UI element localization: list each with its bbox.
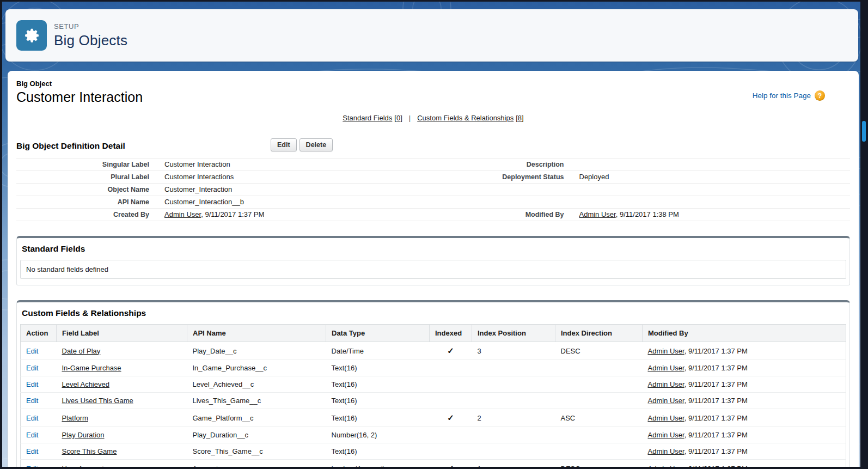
index-direction-cell (555, 443, 643, 460)
data-type-cell: Number(16, 2) (326, 427, 430, 443)
modified-by-date: , 9/11/2017 1:37 PM (684, 380, 748, 388)
detail-value: Customer Interactions (157, 171, 436, 184)
modified-by-date: , 9/11/2017 1:37 PM (684, 431, 748, 439)
nav-count-standard-fields[interactable]: [0] (394, 114, 402, 122)
index-position-cell (472, 376, 555, 393)
modified-by-user-link[interactable]: Admin User (648, 414, 684, 422)
help-for-this-page-link[interactable]: Help for this Page (753, 92, 811, 100)
edit-field-link[interactable]: Edit (26, 465, 38, 467)
modified-by-cell: Admin User, 9/11/2017 1:37 PM (643, 393, 846, 409)
modified-by-user-link[interactable]: Admin User (648, 364, 684, 372)
detail-label: Modified By (436, 209, 572, 221)
detail-label: API Name (16, 196, 157, 209)
window-scrollbar-thumb[interactable] (862, 121, 866, 142)
detail-value-text: Customer Interaction (164, 160, 230, 168)
nav-separator: | (409, 114, 411, 122)
column-header-indexed: Indexed (430, 325, 472, 342)
detail-label: Description (436, 159, 572, 171)
modified-by-date: , 9/11/2017 1:37 PM (684, 465, 748, 467)
api-name-cell: Account__c (187, 460, 326, 467)
edit-field-link[interactable]: Edit (26, 447, 38, 455)
api-name-cell: Play_Duration__c (187, 427, 326, 443)
table-row: Edit Platform Game_Platform__c Text(16) … (21, 409, 846, 427)
help-question-icon[interactable]: ? (815, 90, 825, 101)
modified-by-user-link[interactable]: Admin User (648, 347, 684, 355)
index-direction-cell (555, 376, 643, 393)
detail-label: Deployment Status (436, 171, 572, 184)
modified-by-user-link[interactable]: Admin User (579, 210, 616, 218)
detail-value: Customer_Interaction__b (157, 196, 436, 209)
definition-detail-title: Big Object Definition Detail (16, 138, 125, 151)
setup-label: SETUP (54, 22, 127, 31)
nav-link-custom-fields[interactable]: Custom Fields & Relationships (417, 114, 514, 122)
data-type-cell: Lookup(Account) (326, 460, 430, 467)
table-row: Edit User Account Account__c Lookup(Acco… (21, 460, 846, 467)
modified-by-cell: Admin User, 9/11/2017 1:37 PM (643, 376, 846, 393)
data-type-cell: Text(16) (326, 360, 430, 376)
column-header-modified-by: Modified By (643, 325, 846, 342)
detail-value: Customer Interaction (157, 159, 436, 171)
modified-by-user-link[interactable]: Admin User (648, 380, 684, 388)
setup-header-text: SETUP Big Objects (54, 22, 127, 49)
edit-field-link[interactable]: Edit (26, 414, 38, 422)
data-type-cell: Text(16) (326, 376, 430, 393)
modified-by-date: , 9/11/2017 1:37 PM (684, 447, 748, 455)
edit-field-link[interactable]: Edit (26, 364, 38, 372)
table-header-row: Action Field Label API Name Data Type In… (21, 325, 846, 342)
modified-by-user-link[interactable]: Admin User (648, 431, 684, 439)
index-position-cell (472, 443, 555, 460)
detail-value: Deployed (572, 171, 851, 184)
table-row: Edit Play Duration Play_Duration__c Numb… (21, 427, 846, 443)
detail-button-group: Edit Delete (271, 138, 333, 151)
index-position-cell (472, 393, 555, 409)
modified-by-user-link[interactable]: Admin User (648, 397, 684, 405)
definition-detail-grid: Singular Label Customer Interaction Desc… (16, 158, 850, 221)
field-label-link[interactable]: Platform (62, 414, 88, 422)
page-title: Big Objects (54, 32, 127, 49)
edit-field-link[interactable]: Edit (26, 380, 38, 388)
column-header-field-label: Field Label (57, 325, 187, 342)
detail-value (572, 196, 851, 209)
table-row: Edit In-Game Purchase In_Game_Purchase__… (21, 360, 846, 376)
nav-count-custom-fields[interactable]: [8] (516, 114, 523, 122)
edit-field-link[interactable]: Edit (26, 431, 38, 439)
modified-by-user-link[interactable]: Admin User (648, 447, 684, 455)
edit-field-link[interactable]: Edit (26, 397, 38, 405)
modified-by-date: , 9/11/2017 1:37 PM (684, 397, 748, 405)
data-type-cell: Text(16) (326, 409, 430, 427)
field-label-link[interactable]: In-Game Purchase (62, 364, 121, 372)
column-header-data-type: Data Type (326, 325, 430, 342)
index-position-cell (472, 360, 555, 376)
nav-link-standard-fields[interactable]: Standard Fields (343, 114, 392, 122)
detail-value: Admin User, 9/11/2017 1:37 PM (157, 209, 436, 221)
edit-field-link[interactable]: Edit (26, 347, 38, 355)
field-label-link[interactable]: Date of Play (62, 347, 101, 355)
created-by-user-link[interactable]: Admin User (164, 210, 201, 218)
edit-button[interactable]: Edit (271, 138, 297, 151)
detail-value-text: Customer_Interaction__b (164, 198, 244, 206)
section-nav: Standard Fields[0]|Custom Fields & Relat… (16, 114, 850, 122)
table-row: Edit Lives Used This Game Lives_This_Gam… (21, 393, 846, 409)
api-name-cell: Lives_This_Game__c (187, 393, 326, 409)
field-label-link[interactable]: Lives Used This Game (62, 397, 133, 405)
table-row: Edit Date of Play Play_Date__c Date/Time… (21, 342, 846, 360)
modified-by-user-link[interactable]: Admin User (648, 465, 684, 467)
window-scrollbar-track (860, 0, 868, 469)
field-label-link[interactable]: Play Duration (62, 431, 105, 439)
modified-by-cell: Admin User, 9/11/2017 1:37 PM (643, 427, 846, 443)
field-label-link[interactable]: Score This Game (62, 447, 117, 455)
detail-value-text: Deployed (579, 173, 609, 181)
detail-label: Object Name (16, 184, 157, 196)
column-header-index-direction: Index Direction (555, 325, 643, 342)
detail-value-text: Customer_Interaction (164, 185, 232, 193)
field-label-link[interactable]: User Account (62, 465, 104, 467)
setup-header-card: SETUP Big Objects (5, 9, 858, 62)
help-area: Help for this Page ? (753, 90, 825, 101)
field-label-link[interactable]: Level Achieved (62, 380, 109, 388)
modified-by-cell: Admin User, 9/11/2017 1:37 PM (643, 342, 846, 360)
detail-label: Created By (16, 209, 157, 221)
indexed-checkmark-icon: ✓ (447, 346, 454, 355)
object-type-label: Big Object (16, 80, 850, 88)
index-position-cell: 2 (472, 409, 555, 427)
delete-button[interactable]: Delete (299, 138, 333, 151)
